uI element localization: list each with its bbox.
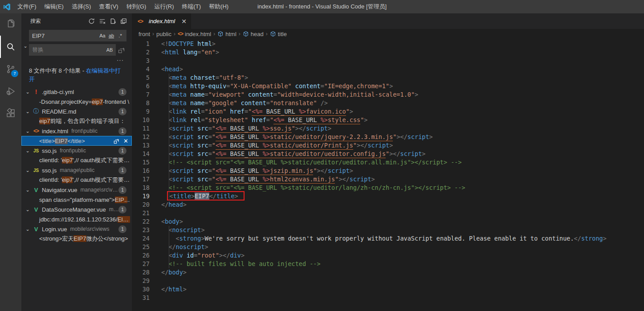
- breadcrumb-item-public[interactable]: public: [156, 31, 171, 37]
- chevron-down-icon[interactable]: ⌄: [24, 109, 31, 115]
- search-results-tree: ⌄!.gitlab-ci.yml1-Dsonar.projectKey=eip7…: [21, 87, 132, 311]
- code-line: 19 <title>EIP7</title>: [132, 192, 644, 201]
- replace-all-icon[interactable]: [117, 45, 126, 55]
- menu-run[interactable]: 运行(R): [150, 0, 178, 13]
- source-control-icon[interactable]: 7: [0, 58, 21, 80]
- tab-close-icon[interactable]: ✕: [181, 18, 187, 25]
- whole-word-icon[interactable]: ab: [107, 31, 116, 40]
- search-result-file[interactable]: ⌄VDataSourceManager.vuem…1: [21, 205, 132, 214]
- code-line: 27 <!-- built files will be auto injecte…: [132, 260, 644, 268]
- tab-index-html[interactable]: <> index.html ✕: [132, 13, 191, 29]
- line-number: 19: [132, 192, 150, 201]
- search-input[interactable]: EIP7 Aa ab .*: [29, 30, 126, 41]
- vue-file-icon: V: [32, 187, 40, 193]
- regex-icon[interactable]: .*: [116, 31, 125, 40]
- result-count-badge: 1: [118, 167, 126, 174]
- chevron-down-icon[interactable]: ⌄: [24, 89, 31, 95]
- line-number: 28: [132, 268, 150, 277]
- chevron-down-icon[interactable]: ⌄: [24, 148, 31, 154]
- breadcrumb-item-html[interactable]: html: [217, 31, 236, 37]
- toggle-details-icon[interactable]: ···: [29, 58, 126, 64]
- chevron-down-icon[interactable]: ⌄: [24, 187, 31, 193]
- open-search-editor-icon[interactable]: [109, 17, 117, 25]
- run-debug-icon[interactable]: [0, 80, 21, 102]
- symbol-cube-icon: [243, 31, 249, 37]
- chevron-down-icon[interactable]: ⌄: [24, 128, 31, 134]
- match-highlight: EIP7: [118, 216, 130, 223]
- refresh-icon[interactable]: [87, 17, 95, 25]
- code-editor[interactable]: 1<!DOCTYPE html>2<html lang="en">34<head…: [132, 39, 644, 311]
- match-text: clientId: 'eip7',// oauth模式下需要…: [24, 176, 132, 184]
- file-name: sso.js: [42, 147, 57, 154]
- search-result-match[interactable]: clientId: 'eip7',// oauth模式下需要…: [21, 156, 132, 165]
- search-query: EIP7: [32, 33, 98, 39]
- line-number: 12: [132, 133, 150, 141]
- search-result-file[interactable]: ⌄<>index.htmlfront\public1: [21, 126, 132, 136]
- breadcrumb-item-head[interactable]: head: [243, 31, 264, 37]
- match-highlight: eip7: [62, 157, 73, 164]
- file-path: manage\public: [60, 167, 118, 173]
- code-line: 15 <!-- <script src="<%= BASE_URL %>stat…: [132, 158, 644, 167]
- search-icon[interactable]: [0, 36, 21, 58]
- menu-help[interactable]: 帮助(H): [205, 0, 232, 13]
- search-result-file[interactable]: ⌄JSsso.jsmanage\public1: [21, 165, 132, 175]
- search-result-match[interactable]: <strong>宏天EIP7微办公</strong>: [21, 234, 132, 244]
- menu-view[interactable]: 查看(V): [95, 0, 122, 13]
- breadcrumb-item-title[interactable]: title: [270, 31, 287, 37]
- search-result-file[interactable]: ⌄!.gitlab-ci.yml1: [21, 87, 132, 97]
- replace-match-icon[interactable]: [114, 138, 120, 144]
- code-text: <meta name="google" content="notranslate…: [161, 99, 328, 107]
- js-file-icon: JS: [32, 148, 40, 153]
- match-highlight: EIP7: [55, 138, 67, 144]
- search-result-file[interactable]: ⌄ⓘREADME.md1: [21, 106, 132, 116]
- explorer-icon[interactable]: [0, 13, 21, 36]
- chevron-down-icon[interactable]: ⌄: [24, 226, 31, 232]
- search-result-file[interactable]: ⌄VLogin.vuemobile\src\views1: [21, 224, 132, 234]
- match-text: -Dsonar.projectKey=eip7-frontend \: [24, 98, 132, 105]
- file-name: .gitlab-ci.yml: [42, 89, 74, 95]
- search-result-file[interactable]: ⌄VNavigator.vuemanage\src\vi…1: [21, 185, 132, 195]
- menu-edit[interactable]: 编辑(E): [41, 0, 68, 13]
- clear-results-icon[interactable]: [98, 17, 106, 25]
- line-number: 22: [132, 217, 150, 226]
- code-text: <!-- <script src="<%= BASE_URL %>static/…: [161, 158, 462, 167]
- menu-file[interactable]: 文件(F): [13, 0, 41, 13]
- indent-guide: [169, 74, 169, 201]
- chevron-down-icon[interactable]: ⌄: [24, 168, 31, 173]
- code-line: 16 <script src="<%= BASE_URL %>jszip.min…: [132, 167, 644, 175]
- search-result-match[interactable]: -Dsonar.projectKey=eip7-frontend \: [21, 97, 132, 106]
- menu-go[interactable]: 转到(G): [122, 0, 151, 13]
- breadcrumb-separator: ›: [239, 31, 240, 37]
- match-case-icon[interactable]: Aa: [98, 31, 107, 40]
- line-number: 4: [132, 65, 150, 74]
- code-text: <div id="root"></div>: [161, 251, 245, 260]
- collapse-all-icon[interactable]: [119, 17, 127, 25]
- menu-selection[interactable]: 选择(S): [68, 0, 95, 13]
- search-result-match[interactable]: <title>EIP7</title>✕: [21, 136, 132, 146]
- breadcrumb-separator: ›: [174, 31, 175, 37]
- breadcrumb-item-index-html[interactable]: <>index.html: [178, 31, 211, 37]
- preserve-case-icon[interactable]: AB: [105, 45, 114, 54]
- replace-input[interactable]: 替换 AB: [29, 44, 116, 56]
- extensions-icon[interactable]: [0, 102, 21, 125]
- breadcrumb-item-front[interactable]: front: [139, 31, 150, 37]
- symbol-cube-icon: [217, 31, 224, 37]
- match-highlight: eip7: [39, 118, 50, 124]
- search-result-file[interactable]: ⌄JSsso.jsfront\public1: [21, 146, 132, 156]
- menu-terminal[interactable]: 终端(T): [178, 0, 205, 13]
- search-result-match[interactable]: jdbc:dm://192.168.1.120:5236/EIP7…: [21, 214, 132, 224]
- search-result-match[interactable]: clientId: 'eip7',// oauth模式下需要…: [21, 175, 132, 185]
- line-number: 23: [132, 226, 150, 234]
- dismiss-match-icon[interactable]: ✕: [123, 138, 128, 144]
- line-number: 9: [132, 107, 150, 116]
- search-result-match[interactable]: eip7前端，包含四个前端子项目：: [21, 116, 132, 126]
- code-line: 31: [132, 294, 644, 302]
- search-result-match[interactable]: span class="platform-name">EIP7 …: [21, 195, 132, 205]
- code-text: <head>: [161, 65, 183, 74]
- file-name: Navigator.vue: [42, 187, 77, 193]
- toggle-replace-chevron-icon[interactable]: ⌄: [23, 43, 28, 49]
- result-count-badge: 1: [118, 225, 126, 233]
- chevron-down-icon[interactable]: ⌄: [24, 207, 31, 213]
- file-path: mobile\src\views: [70, 226, 118, 232]
- code-line: 23 <noscript>: [132, 226, 644, 234]
